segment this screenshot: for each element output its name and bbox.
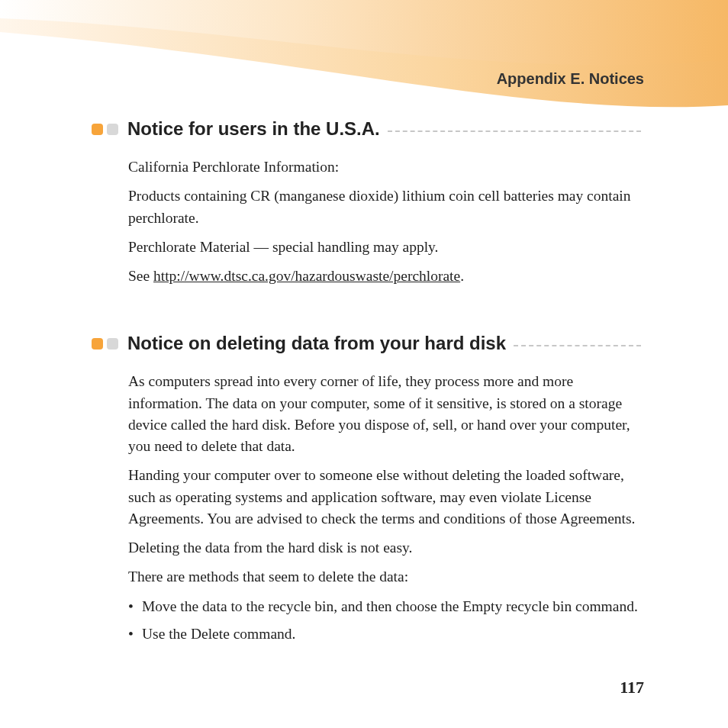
heading-bullets-icon [92,124,118,135]
bullet-text: Move the data to the recycle bin, and th… [142,596,638,617]
header-swoosh-graphic [0,0,728,122]
page-content: Notice for users in the U.S.A. Californi… [92,118,641,651]
bullet-list: • Move the data to the recycle bin, and … [128,596,641,646]
heading-dashed-line [514,345,641,346]
body-paragraph: As computers spread into every corner of… [128,371,641,457]
see-suffix: . [460,268,464,284]
body-paragraph: Perchlorate Material — special handling … [128,237,641,258]
bullet-dot-icon: • [128,596,142,617]
heading-text-usa: Notice for users in the U.S.A. [127,118,380,140]
list-item: • Move the data to the recycle bin, and … [128,596,641,617]
heading-text-harddisk: Notice on deleting data from your hard d… [127,333,506,354]
perchlorate-link[interactable]: http://www.dtsc.ca.gov/hazardouswaste/pe… [153,268,460,284]
appendix-title: Appendix E. Notices [497,70,644,88]
section-heading-usa: Notice for users in the U.S.A. [92,118,641,140]
body-paragraph: Products containing CR (manganese dioxid… [128,185,641,229]
page-number: 117 [620,678,644,697]
see-prefix: See [128,268,153,284]
body-paragraph: California Perchlorate Information: [128,156,641,178]
heading-bullets-icon [92,338,118,350]
heading-dashed-line [388,130,641,132]
bullet-dot-icon: • [128,623,142,645]
bullet-text: Use the Delete command. [142,623,295,645]
body-paragraph: Deleting the data from the hard disk is … [128,537,641,559]
body-paragraph: Handing your computer over to someone el… [128,465,641,530]
body-paragraph-link: See http://www.dtsc.ca.gov/hazardouswast… [128,266,641,287]
body-paragraph: There are methods that seem to delete th… [128,566,641,588]
section-heading-harddisk: Notice on deleting data from your hard d… [92,333,641,354]
list-item: • Use the Delete command. [128,623,641,645]
